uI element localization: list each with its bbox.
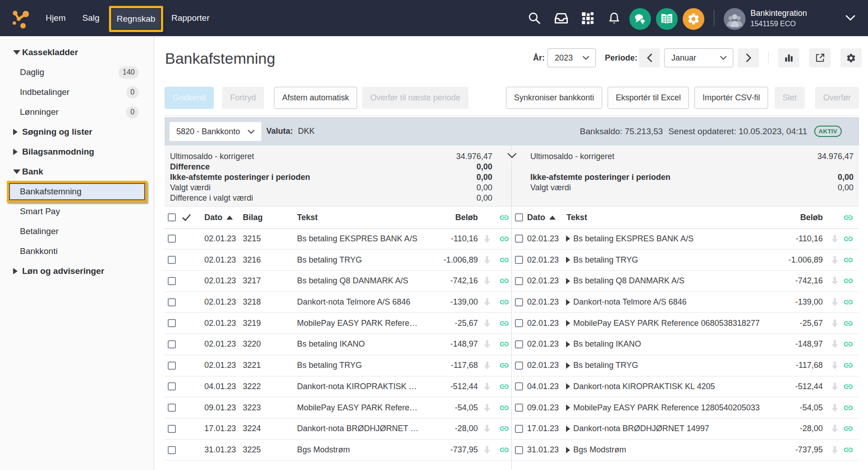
table-row[interactable]: 31.01.23 Bgs Modstrøm -737,95 xyxy=(513,440,859,461)
toolbar-button[interactable]: Overfør til næste periode xyxy=(362,87,468,109)
row-checkbox[interactable] xyxy=(168,340,176,348)
settings-button[interactable] xyxy=(840,48,862,67)
table-row[interactable]: 02.01.23 3217 Bs betaling Q8 DANMARK A/S… xyxy=(165,271,511,292)
row-checkbox[interactable] xyxy=(168,277,176,285)
select-all-checkbox[interactable] xyxy=(515,213,523,221)
row-checkbox[interactable] xyxy=(515,446,523,454)
triangle-collapsed-icon[interactable] xyxy=(13,149,18,155)
row-checkbox[interactable] xyxy=(515,256,523,264)
table-row[interactable]: 09.01.23 MobilePay EASY PARK Reference 1… xyxy=(513,397,859,418)
link-icon[interactable] xyxy=(843,440,854,461)
move-down-icon[interactable] xyxy=(831,313,839,334)
column-header-amount[interactable]: Beløb xyxy=(455,207,478,228)
row-checkbox[interactable] xyxy=(168,425,176,433)
table-row[interactable]: 02.01.23 Bs betaling Q8 DANMARK A/S -742… xyxy=(513,271,859,292)
expand-row-icon[interactable] xyxy=(566,440,570,461)
table-row[interactable]: 02.01.23 3215 Bs betaling EKSPRES BANK A… xyxy=(165,229,511,250)
row-checkbox[interactable] xyxy=(168,319,176,327)
sidebar-item[interactable]: Bankafstemning xyxy=(0,182,154,202)
column-header-voucher[interactable]: Bilag xyxy=(243,207,263,228)
inbox-icon[interactable] xyxy=(553,0,569,36)
toolbar-button[interactable]: Fortryd xyxy=(222,87,264,109)
sidebar-item[interactable]: Lønninger 0 xyxy=(0,102,154,122)
triangle-expanded-icon[interactable] xyxy=(13,50,20,55)
table-row[interactable]: 02.01.23 3220 Bs betaling IKANO -148,97 xyxy=(165,334,511,355)
toolbar-button[interactable]: Afstem automatisk xyxy=(274,87,357,109)
avatar[interactable] xyxy=(724,8,745,30)
table-row[interactable]: 02.01.23 Bs betaling EKSPRES BANK A/S -1… xyxy=(513,229,859,250)
move-down-icon[interactable] xyxy=(483,334,491,355)
table-row[interactable]: 04.01.23 Dankort-nota KIROPRAKTISK KL 42… xyxy=(513,376,859,398)
nav-item[interactable]: Salg xyxy=(82,0,99,36)
column-header-text[interactable]: Tekst xyxy=(297,207,318,228)
row-checkbox[interactable] xyxy=(168,446,176,454)
link-icon[interactable] xyxy=(499,440,509,461)
table-row[interactable]: 31.01.23 3225 Bgs Modstrøm -737,95 xyxy=(165,440,511,461)
move-down-icon[interactable] xyxy=(483,376,491,397)
expand-row-icon[interactable] xyxy=(566,355,570,376)
sidebar-item[interactable]: Bilagsanmodning xyxy=(0,142,154,162)
link-icon[interactable] xyxy=(499,271,509,291)
help-book-icon[interactable] xyxy=(656,8,678,30)
link-icon[interactable] xyxy=(499,418,509,439)
link-icon[interactable] xyxy=(499,397,509,418)
user-menu[interactable]: Bankintegration 1541159 ECO xyxy=(750,8,807,29)
collapse-summary-button[interactable] xyxy=(505,150,518,161)
table-row[interactable]: 17.01.23 Dankort-nota BRØDHJØRNET 14997 … xyxy=(513,418,859,440)
nav-item[interactable]: Rapporter xyxy=(171,0,210,36)
notifications-icon[interactable] xyxy=(608,0,620,36)
row-checkbox[interactable] xyxy=(515,235,523,243)
link-icon[interactable] xyxy=(843,271,854,291)
row-checkbox[interactable] xyxy=(168,256,176,264)
expand-row-icon[interactable] xyxy=(566,418,570,439)
link-icon[interactable] xyxy=(499,355,509,376)
year-select[interactable]: 2023 xyxy=(547,48,596,67)
select-all-checkbox[interactable] xyxy=(168,213,176,221)
move-down-icon[interactable] xyxy=(483,355,491,376)
settings-icon[interactable] xyxy=(683,8,704,30)
toolbar-button[interactable]: Godkend xyxy=(165,87,214,109)
move-down-icon[interactable] xyxy=(483,271,491,291)
move-down-icon[interactable] xyxy=(483,397,491,418)
column-header-text[interactable]: Tekst xyxy=(566,207,587,228)
sidebar-item[interactable]: Søgning og lister xyxy=(0,122,154,142)
table-row[interactable]: 02.01.23 Bs betaling TRYG -1.006,89 xyxy=(513,249,859,271)
chevron-down-icon[interactable] xyxy=(845,15,855,21)
move-down-icon[interactable] xyxy=(483,292,491,313)
table-row[interactable]: 02.01.23 Dankort-nota Telmore A/S 6846 -… xyxy=(513,292,859,313)
row-checkbox[interactable] xyxy=(168,235,176,243)
table-row[interactable]: 02.01.23 3221 Bs betaling TRYG -117,68 xyxy=(165,355,511,376)
link-icon[interactable] xyxy=(843,418,854,439)
move-down-icon[interactable] xyxy=(831,229,839,249)
next-period-button[interactable] xyxy=(738,48,759,67)
chart-view-button[interactable] xyxy=(778,48,799,67)
toolbar-button[interactable]: Slet xyxy=(774,87,805,109)
previous-period-button[interactable] xyxy=(639,48,660,67)
bank-account-select[interactable]: 5820 - Bankkonto xyxy=(170,122,261,141)
row-checkbox[interactable] xyxy=(515,298,523,306)
link-icon[interactable] xyxy=(499,334,509,355)
apps-icon[interactable] xyxy=(580,0,595,36)
triangle-collapsed-icon[interactable] xyxy=(13,268,18,274)
expand-row-icon[interactable] xyxy=(566,229,570,249)
expand-row-icon[interactable] xyxy=(566,376,570,397)
sidebar-item[interactable]: Bankkonti xyxy=(0,241,154,261)
move-down-icon[interactable] xyxy=(483,229,491,249)
move-down-icon[interactable] xyxy=(483,440,491,461)
nav-item[interactable]: Hjem xyxy=(46,0,66,36)
move-down-icon[interactable] xyxy=(483,313,491,334)
sidebar-item[interactable]: Løn og adviseringer xyxy=(0,261,154,281)
move-down-icon[interactable] xyxy=(831,292,839,313)
chat-icon[interactable] xyxy=(629,8,651,30)
link-icon[interactable] xyxy=(843,249,854,270)
move-down-icon[interactable] xyxy=(831,334,839,355)
move-down-icon[interactable] xyxy=(831,355,839,376)
link-icon[interactable] xyxy=(843,397,854,418)
row-checkbox[interactable] xyxy=(515,404,523,412)
table-row[interactable]: 02.01.23 3216 Bs betaling TRYG -1.006,89 xyxy=(165,249,511,271)
nav-item[interactable]: Regnskab xyxy=(109,6,163,32)
link-icon[interactable] xyxy=(843,334,854,355)
move-down-icon[interactable] xyxy=(483,418,491,439)
move-down-icon[interactable] xyxy=(831,440,839,461)
link-icon[interactable] xyxy=(843,376,854,397)
